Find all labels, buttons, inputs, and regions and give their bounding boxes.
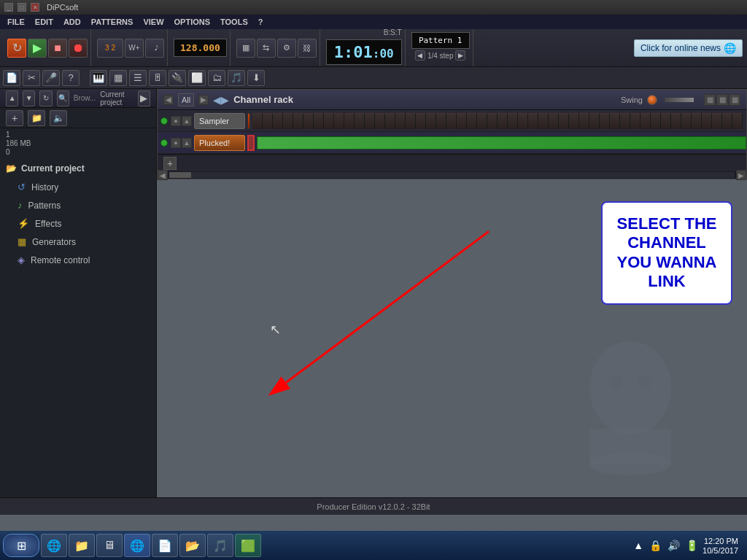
plucked-pattern-block[interactable] bbox=[257, 136, 746, 149]
swing-slider[interactable] bbox=[665, 98, 694, 102]
sampler-pat-btn-16[interactable] bbox=[416, 113, 426, 129]
sampler-pat-btn-47[interactable] bbox=[732, 113, 743, 129]
sampler-pat-btn-18[interactable] bbox=[436, 113, 446, 129]
sampler-pat-btn-30[interactable] bbox=[559, 113, 569, 129]
plucked-channel-name[interactable]: Plucked! bbox=[194, 135, 245, 151]
sampler-pat-btn-43[interactable] bbox=[692, 113, 702, 129]
channel-rack-btn[interactable]: ☰ bbox=[129, 70, 147, 86]
sampler-pat-btn-46[interactable] bbox=[722, 113, 732, 129]
taskbar-ie[interactable]: 🌐 bbox=[41, 534, 67, 557]
taskbar-green-app[interactable]: 🟩 bbox=[235, 534, 261, 557]
view-btn1[interactable]: ▦ bbox=[704, 94, 716, 106]
sampler-pat-btn-23[interactable] bbox=[487, 113, 498, 129]
plugin-btn[interactable]: 🔌 bbox=[169, 70, 186, 86]
view-btn2[interactable]: ▦ bbox=[716, 94, 728, 106]
help-btn[interactable]: ? bbox=[62, 70, 80, 86]
rack-nav-left[interactable]: ◀ bbox=[163, 95, 174, 105]
browser-btn[interactable]: 🗂 bbox=[208, 70, 225, 86]
news-bar[interactable]: Click for online news 🌐 bbox=[634, 39, 743, 57]
pattern-btn[interactable]: ⬜ bbox=[188, 70, 206, 86]
swing-knob[interactable] bbox=[647, 95, 657, 105]
sampler-pat-btn-17[interactable] bbox=[426, 113, 436, 129]
sampler-pat-btn-19[interactable] bbox=[446, 113, 457, 129]
taskbar-app3[interactable]: 🖥 bbox=[96, 534, 123, 557]
sampler-pat-btn-35[interactable] bbox=[610, 113, 620, 129]
sampler-pat-btn-12[interactable] bbox=[375, 113, 385, 129]
loop-button[interactable]: ↻ bbox=[7, 39, 26, 58]
close-button[interactable]: ✕ bbox=[31, 3, 39, 12]
sampler-pat-btn-20[interactable] bbox=[457, 113, 467, 129]
sampler-pat-btn-22[interactable] bbox=[477, 113, 487, 129]
maximize-button[interactable]: □ bbox=[18, 3, 26, 12]
stop-button[interactable]: ■ bbox=[48, 39, 67, 58]
sampler-pat-btn-32[interactable] bbox=[579, 113, 589, 129]
new-btn[interactable]: 📄 bbox=[3, 70, 20, 86]
scroll-left-btn[interactable]: ◀ bbox=[158, 170, 168, 180]
scroll-right-btn[interactable]: ▶ bbox=[736, 170, 746, 180]
mixer-btn2[interactable]: ⇆ bbox=[257, 39, 276, 58]
taskbar-pdf[interactable]: 📄 bbox=[152, 534, 178, 557]
rack-nav-right[interactable]: ▶ bbox=[198, 95, 209, 105]
sampler-pat-btn-21[interactable] bbox=[467, 113, 477, 129]
sampler-pat-btn-36[interactable] bbox=[620, 113, 630, 129]
sample-btn[interactable]: 🎵 bbox=[228, 70, 245, 86]
sampler-pat-btn-44[interactable] bbox=[702, 113, 712, 129]
menu-file[interactable]: FILE bbox=[3, 16, 29, 28]
sampler-pat-btn-28[interactable] bbox=[538, 113, 549, 129]
sampler-pat-btn-40[interactable] bbox=[661, 113, 671, 129]
plucked-btn2[interactable]: ▲ bbox=[182, 138, 192, 148]
w-button[interactable]: W+ bbox=[125, 39, 144, 58]
sampler-btn1[interactable]: ● bbox=[171, 116, 181, 126]
sidebar-down-btn[interactable]: ▼ bbox=[23, 90, 35, 106]
sampler-pat-btn-38[interactable] bbox=[640, 113, 651, 129]
sampler-pat-btn-37[interactable] bbox=[630, 113, 640, 129]
sampler-pat-btn-24[interactable] bbox=[498, 113, 508, 129]
sampler-pat-btn-6[interactable] bbox=[314, 113, 324, 129]
sampler-pat-btn-1[interactable] bbox=[263, 113, 273, 129]
menu-tools[interactable]: TOOLS bbox=[216, 16, 252, 28]
sampler-pat-btn-14[interactable] bbox=[395, 113, 406, 129]
sampler-pat-btn-0[interactable] bbox=[252, 113, 263, 129]
sampler-pat-btn-31[interactable] bbox=[569, 113, 579, 129]
bpm-display[interactable]: 128.000 bbox=[174, 39, 227, 57]
start-button[interactable]: ⊞ bbox=[3, 534, 39, 557]
sampler-pat-btn-9[interactable] bbox=[344, 113, 355, 129]
sidebar-search-btn[interactable]: 🔍 bbox=[57, 90, 69, 106]
export-btn[interactable]: ⬇ bbox=[247, 70, 265, 86]
taskbar-fruity[interactable]: 🎵 bbox=[207, 534, 233, 557]
sampler-pat-btn-4[interactable] bbox=[293, 113, 303, 129]
sampler-pat-btn-34[interactable] bbox=[600, 113, 610, 129]
sampler-channel-name[interactable]: Sampler bbox=[194, 113, 245, 129]
sidebar-item-history[interactable]: ↺ History bbox=[0, 178, 156, 196]
sampler-pat-btn-3[interactable] bbox=[283, 113, 293, 129]
mixer-btn4[interactable]: ⛓ bbox=[298, 39, 317, 58]
plucked-led[interactable] bbox=[160, 139, 168, 147]
sampler-pat-btn-25[interactable] bbox=[508, 113, 518, 129]
tray-volume[interactable]: 🔊 bbox=[666, 538, 681, 553]
sampler-pat-btn-10[interactable] bbox=[355, 113, 365, 129]
sampler-btn2[interactable]: ▲ bbox=[182, 116, 192, 126]
menu-view[interactable]: VIEW bbox=[139, 16, 168, 28]
sampler-pat-btn-27[interactable] bbox=[528, 113, 538, 129]
sampler-vol[interactable] bbox=[247, 113, 250, 129]
record-button[interactable]: ⏺ bbox=[69, 39, 88, 58]
sidebar-add-btn[interactable]: + bbox=[6, 110, 23, 126]
minimize-button[interactable]: _ bbox=[4, 3, 13, 12]
sidebar-refresh-btn[interactable]: ↻ bbox=[39, 90, 52, 106]
sampler-pat-btn-29[interactable] bbox=[549, 113, 559, 129]
step-up-btn[interactable]: ▶ bbox=[455, 50, 465, 61]
sampler-pat-btn-13[interactable] bbox=[385, 113, 395, 129]
add-channel-btn[interactable]: + bbox=[163, 157, 177, 170]
sidebar-close-btn[interactable]: ▶ bbox=[138, 90, 150, 106]
save-btn[interactable]: 🎤 bbox=[42, 70, 60, 86]
pattern-display[interactable]: Pattern 1 bbox=[411, 32, 470, 49]
taskbar-chrome[interactable]: 🌐 bbox=[124, 534, 150, 557]
taskbar-folder2[interactable]: 📂 bbox=[179, 534, 206, 557]
sidebar-up-btn[interactable]: ▲ bbox=[6, 90, 18, 106]
piano-btn[interactable]: 🎹 bbox=[90, 70, 107, 86]
sampler-pat-btn-39[interactable] bbox=[651, 113, 661, 129]
sampler-pat-btn-26[interactable] bbox=[518, 113, 528, 129]
mixer-btn1[interactable]: ▦ bbox=[236, 39, 255, 58]
plucked-vol-highlight[interactable] bbox=[247, 135, 255, 151]
sidebar-folder-btn[interactable]: 📁 bbox=[28, 110, 45, 126]
